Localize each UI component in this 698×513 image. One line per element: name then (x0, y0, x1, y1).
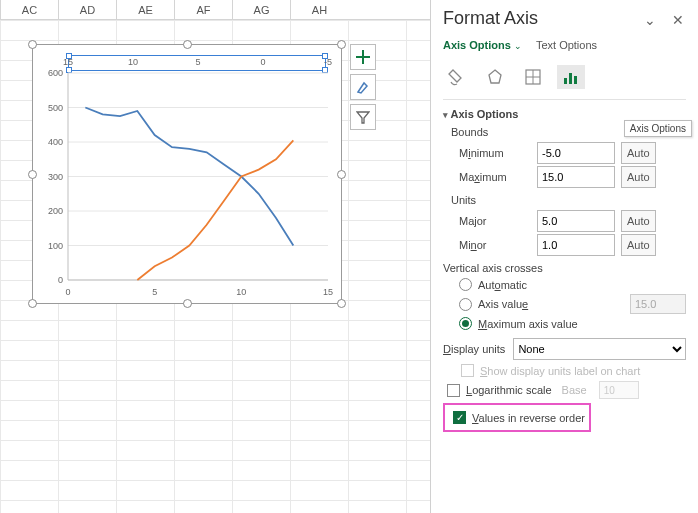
effects-icon[interactable] (481, 65, 509, 89)
col-header[interactable]: AH (290, 0, 348, 19)
svg-text:5: 5 (152, 287, 157, 297)
max-auto-button[interactable]: Auto (621, 166, 656, 188)
tab-text-options[interactable]: Text Options (536, 39, 597, 51)
axis-value-input (630, 294, 686, 314)
svg-rect-32 (569, 73, 572, 84)
svg-text:400: 400 (48, 137, 63, 147)
logarithmic-check[interactable]: Logarithmic scaleBase (447, 381, 686, 399)
col-header[interactable]: AC (0, 0, 58, 19)
tooltip: Axis Options (624, 120, 692, 137)
minor-auto-button[interactable]: Auto (621, 234, 656, 256)
axis-options-icon[interactable] (557, 65, 585, 89)
svg-text:0: 0 (65, 287, 70, 297)
chart-object[interactable]: 0100200300400500600051015151050-5 (32, 44, 342, 304)
min-auto-button[interactable]: Auto (621, 142, 656, 164)
svg-text:15: 15 (323, 287, 333, 297)
svg-rect-31 (564, 78, 567, 84)
radio-automatic[interactable]: Automatic (459, 278, 686, 291)
reverse-order-check[interactable]: ✓Values in reverse order (453, 411, 585, 424)
units-label: Units (451, 194, 686, 206)
format-axis-pane: Format Axis ⌄ ✕ Axis Options ⌄ Text Opti… (430, 0, 698, 513)
maximum-label: Maximum (459, 171, 531, 183)
svg-text:10: 10 (128, 57, 138, 67)
svg-rect-33 (574, 76, 577, 84)
display-units-label: Display units (443, 343, 505, 355)
log-base-input (599, 381, 639, 399)
radio-axis-value[interactable]: Axis value (459, 294, 686, 314)
col-header[interactable]: AF (174, 0, 232, 19)
svg-text:300: 300 (48, 172, 63, 182)
svg-text:0: 0 (260, 57, 265, 67)
svg-text:100: 100 (48, 241, 63, 251)
col-header[interactable]: AG (232, 0, 290, 19)
major-input[interactable] (537, 210, 615, 232)
size-properties-icon[interactable] (519, 65, 547, 89)
svg-text:10: 10 (236, 287, 246, 297)
tab-axis-options[interactable]: Axis Options ⌄ (443, 39, 522, 51)
pane-options-icon[interactable]: ⌄ (644, 12, 658, 26)
pane-title: Format Axis (443, 8, 538, 29)
axis-options-section[interactable]: Axis Options (443, 108, 686, 120)
chart-plot: 0100200300400500600051015151050-5 (33, 45, 343, 305)
vertical-crosses-label: Vertical axis crosses (443, 262, 686, 274)
svg-marker-27 (489, 70, 501, 83)
radio-max-axis-value[interactable]: Maximum axis value (459, 317, 686, 330)
close-icon[interactable]: ✕ (672, 12, 686, 26)
chart-styles-button[interactable] (350, 74, 376, 100)
minor-label: Minor (459, 239, 531, 251)
major-auto-button[interactable]: Auto (621, 210, 656, 232)
col-header[interactable]: AD (58, 0, 116, 19)
column-headers: AC AD AE AF AG AH (0, 0, 430, 20)
show-du-label-check: Show display units label on chart (461, 364, 686, 377)
svg-text:-5: -5 (324, 57, 332, 67)
svg-text:0: 0 (58, 275, 63, 285)
chart-tools (350, 44, 376, 130)
fill-line-icon[interactable] (443, 65, 471, 89)
spreadsheet-area: AC AD AE AF AG AH 0100200300400500600051… (0, 0, 430, 513)
svg-text:5: 5 (195, 57, 200, 67)
svg-text:200: 200 (48, 206, 63, 216)
col-header[interactable]: AE (116, 0, 174, 19)
major-label: Major (459, 215, 531, 227)
svg-text:15: 15 (63, 57, 73, 67)
svg-text:600: 600 (48, 68, 63, 78)
svg-text:500: 500 (48, 103, 63, 113)
chart-filters-button[interactable] (350, 104, 376, 130)
minimum-input[interactable] (537, 142, 615, 164)
chart-elements-button[interactable] (350, 44, 376, 70)
minor-input[interactable] (537, 234, 615, 256)
minimum-label: Minimum (459, 147, 531, 159)
display-units-select[interactable]: None (513, 338, 686, 360)
maximum-input[interactable] (537, 166, 615, 188)
